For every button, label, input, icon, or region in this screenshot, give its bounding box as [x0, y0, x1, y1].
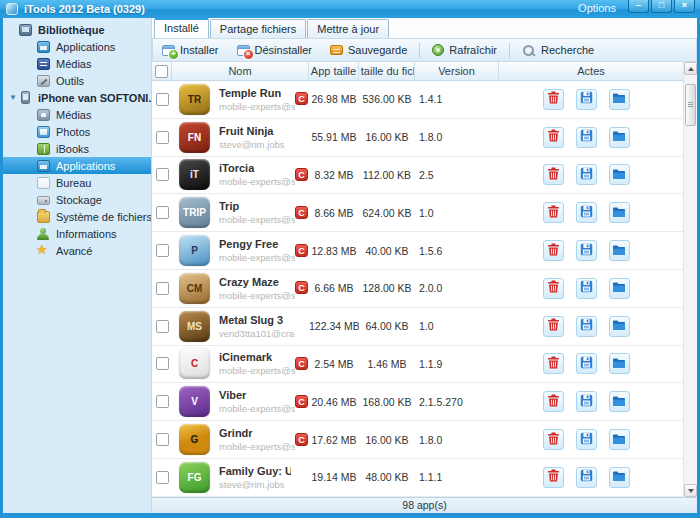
- refresh-button[interactable]: Rafraîchir: [423, 40, 506, 60]
- vertical-scrollbar[interactable]: [683, 62, 697, 497]
- row-checkbox[interactable]: [156, 320, 169, 333]
- search-button[interactable]: Recherche: [513, 40, 603, 60]
- row-actions: [499, 429, 683, 450]
- sidebar-item-ibooks[interactable]: iBooks: [3, 140, 151, 157]
- uninstall-icon: [237, 45, 250, 56]
- table-row[interactable]: PPengy Freemobile-experts@soft...C12.83 …: [152, 232, 683, 270]
- backup-app-button[interactable]: [576, 429, 597, 450]
- table-row[interactable]: GGrindrmobile-experts@soft...C17.62 MB16…: [152, 421, 683, 459]
- sidebar-item-stockage[interactable]: Stockage: [3, 191, 151, 208]
- table-row[interactable]: FNFruit Ninjasteve@rim.jobs55.91 MB16.00…: [152, 119, 683, 157]
- delete-app-button[interactable]: [543, 278, 564, 299]
- backup-app-button[interactable]: [576, 467, 597, 488]
- delete-app-button[interactable]: [543, 164, 564, 185]
- delete-app-button[interactable]: [543, 202, 564, 223]
- row-checkbox[interactable]: [156, 244, 169, 257]
- row-checkbox[interactable]: [156, 433, 169, 446]
- open-folder-button[interactable]: [609, 391, 630, 412]
- tab-mettre-jour[interactable]: Mettre à jour: [307, 19, 389, 38]
- backup-app-button[interactable]: [576, 353, 597, 374]
- table-row[interactable]: TRTemple Runmobile-experts@soft...C26.98…: [152, 81, 683, 119]
- row-checkbox[interactable]: [156, 471, 169, 484]
- table-row[interactable]: CMCrazy Mazemobile-experts@soft...C6.66 …: [152, 270, 683, 308]
- sidebar-item-applications[interactable]: Applications: [3, 157, 151, 174]
- sidebar-item-photos[interactable]: Photos: [3, 123, 151, 140]
- sidebar-item-m-dias[interactable]: Médias: [3, 106, 151, 123]
- table-row[interactable]: iTiTorciamobile-experts@soft...C8.32 MB1…: [152, 157, 683, 195]
- photos-icon: [37, 126, 50, 138]
- version-cell: 1.4.1: [415, 93, 499, 105]
- sidebar-item-m-dias[interactable]: Médias: [3, 55, 151, 72]
- delete-app-button[interactable]: [543, 391, 564, 412]
- uninstall-button[interactable]: Désinstaller: [228, 40, 321, 60]
- table-row[interactable]: VVibermobile-experts@soft...C20.46 MB168…: [152, 383, 683, 421]
- sidebar-section-device[interactable]: ▼iPhone van SOFTONI...: [3, 89, 151, 106]
- backup-app-button[interactable]: [576, 89, 597, 110]
- column-header-app-size[interactable]: App taille: [309, 62, 359, 80]
- expand-triangle-icon[interactable]: ▼: [7, 93, 19, 102]
- sidebar-item-syst-me-de-fichiers[interactable]: Système de fichiers: [3, 208, 151, 225]
- title-bar[interactable]: iTools 2012 Beta (0329) Options – □ ×: [0, 0, 700, 18]
- open-folder-button[interactable]: [609, 240, 630, 261]
- open-folder-button[interactable]: [609, 316, 630, 337]
- delete-app-button[interactable]: [543, 467, 564, 488]
- delete-app-button[interactable]: [543, 316, 564, 337]
- sidebar-item-bureau[interactable]: Bureau: [3, 174, 151, 191]
- sidebar-item-informations[interactable]: Informations: [3, 225, 151, 242]
- delete-app-button[interactable]: [543, 127, 564, 148]
- backup-app-button[interactable]: [576, 316, 597, 337]
- backup-app-button[interactable]: [576, 240, 597, 261]
- install-button[interactable]: Installer: [153, 40, 228, 60]
- backup-button[interactable]: Sauvegarde: [321, 40, 416, 60]
- backup-app-button[interactable]: [576, 278, 597, 299]
- backup-app-button[interactable]: [576, 164, 597, 185]
- scroll-down-button[interactable]: [684, 484, 697, 497]
- scroll-up-button[interactable]: [684, 62, 697, 75]
- table-row[interactable]: TRIPTripmobile-experts@soft...C8.66 MB62…: [152, 194, 683, 232]
- column-header-file-size[interactable]: a taille du fichi: [359, 62, 415, 80]
- open-folder-button[interactable]: [609, 89, 630, 110]
- row-actions: [499, 164, 683, 185]
- delete-app-button[interactable]: [543, 240, 564, 261]
- delete-app-button[interactable]: [543, 89, 564, 110]
- delete-app-button[interactable]: [543, 429, 564, 450]
- options-menu[interactable]: Options: [578, 2, 616, 14]
- backup-app-button[interactable]: [576, 127, 597, 148]
- row-checkbox[interactable]: [156, 395, 169, 408]
- maximize-button[interactable]: □: [651, 0, 672, 13]
- close-button[interactable]: ×: [674, 0, 695, 13]
- file-size-cell: 16.00 KB: [359, 131, 415, 143]
- backup-app-button[interactable]: [576, 391, 597, 412]
- open-folder-button[interactable]: [609, 164, 630, 185]
- sidebar-item-avanc-[interactable]: Avancé: [3, 242, 151, 259]
- row-checkbox[interactable]: [156, 282, 169, 295]
- column-header-version[interactable]: Version: [415, 62, 499, 80]
- scrollbar-thumb[interactable]: [685, 84, 696, 126]
- open-folder-button[interactable]: [609, 202, 630, 223]
- minimize-button[interactable]: –: [628, 0, 649, 13]
- row-checkbox[interactable]: [156, 206, 169, 219]
- open-folder-button[interactable]: [609, 127, 630, 148]
- column-header-name[interactable]: Nom: [172, 62, 309, 80]
- delete-app-button[interactable]: [543, 353, 564, 374]
- sidebar-section-library[interactable]: Bibliothèque: [3, 21, 151, 38]
- row-checkbox[interactable]: [156, 93, 169, 106]
- row-checkbox[interactable]: [156, 168, 169, 181]
- tab-partage-fichiers[interactable]: Partage fichiers: [210, 19, 306, 38]
- backup-app-button[interactable]: [576, 202, 597, 223]
- open-folder-button[interactable]: [609, 278, 630, 299]
- table-row[interactable]: FGFamily Guy: Uncenso...steve@rim.jobs19…: [152, 459, 683, 497]
- table-row[interactable]: MSMetal Slug 3vend3tta101@cracke...122.3…: [152, 308, 683, 346]
- open-folder-button[interactable]: [609, 429, 630, 450]
- app-publisher: mobile-experts@soft...: [219, 403, 295, 414]
- sidebar-item-applications[interactable]: Applications: [3, 38, 151, 55]
- row-checkbox[interactable]: [156, 131, 169, 144]
- table-row[interactable]: CiCinemarkmobile-experts@soft...C2.54 MB…: [152, 346, 683, 384]
- open-folder-button[interactable]: [609, 353, 630, 374]
- open-folder-button[interactable]: [609, 467, 630, 488]
- tab-install-[interactable]: Installé: [154, 18, 209, 38]
- select-all-checkbox[interactable]: [155, 65, 168, 78]
- row-checkbox[interactable]: [156, 357, 169, 370]
- sidebar-item-outils[interactable]: Outils: [3, 72, 151, 89]
- column-header-actions[interactable]: Actes: [499, 62, 683, 80]
